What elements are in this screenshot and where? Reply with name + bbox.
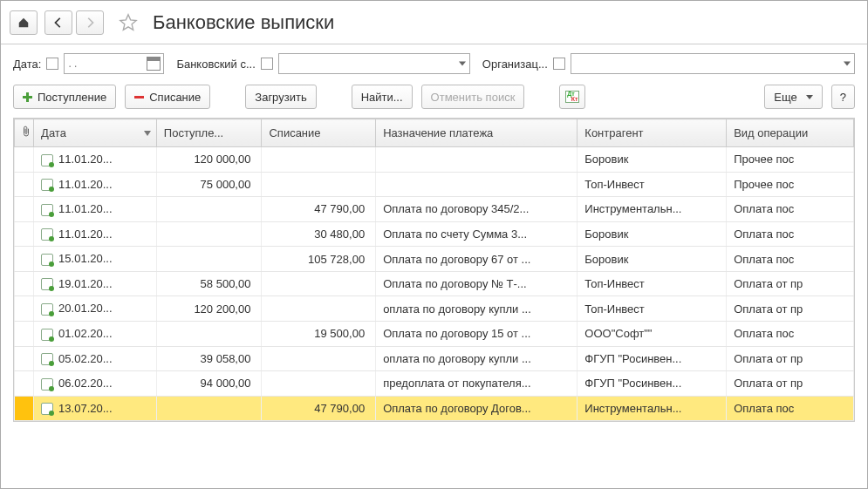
cell-attachment [15, 396, 34, 421]
cell-counterparty: Топ-Инвест [578, 296, 727, 322]
filter-bar: Дата: . . Банковский с... Организац... [1, 44, 867, 81]
col-income[interactable]: Поступле... [156, 119, 262, 147]
debit-credit-icon [565, 91, 579, 103]
col-writeoff[interactable]: Списание [262, 119, 376, 147]
document-icon [41, 353, 53, 365]
col-purpose[interactable]: Назначение платежа [376, 119, 578, 147]
table-row[interactable]: 05.02.20...39 058,00оплата по договору к… [15, 346, 854, 371]
cell-writeoff [262, 147, 376, 173]
writeoff-label: Списание [149, 91, 201, 104]
cancel-search-button[interactable]: Отменить поиск [421, 85, 525, 109]
cell-date: 05.02.20... [34, 346, 157, 371]
cell-purpose: Оплата по счету Сумма 3... [376, 221, 578, 247]
arrow-left-icon [52, 17, 65, 29]
table-header-row: Дата Поступле... Списание Назначение пла… [15, 119, 854, 147]
org-filter-checkbox[interactable] [553, 58, 565, 70]
bank-filter-checkbox[interactable] [261, 58, 273, 70]
cell-attachment [15, 271, 34, 296]
plus-icon [23, 92, 32, 102]
cell-purpose: Оплата по договору 15 от ... [376, 321, 578, 346]
more-label: Еще [774, 91, 796, 104]
col-optype[interactable]: Вид операции [727, 119, 854, 147]
cell-counterparty: Боровик [578, 147, 727, 173]
document-icon [41, 254, 53, 266]
cell-counterparty: Инструментальн... [578, 396, 727, 421]
cell-date: 11.01.20... [34, 172, 157, 197]
sort-arrow-icon [144, 131, 151, 136]
cell-optype: Оплата от пр [727, 371, 854, 397]
table-row[interactable]: 01.02.20...19 500,00Оплата по договору 1… [15, 321, 854, 346]
cell-counterparty: Инструментальн... [578, 197, 727, 222]
document-icon [41, 179, 53, 191]
dk-button[interactable] [559, 85, 585, 109]
help-button[interactable]: ? [831, 85, 855, 109]
table-row[interactable]: 06.02.20...94 000,00предоплата от покупа… [15, 371, 854, 397]
cell-income [156, 221, 262, 247]
date-filter-value: . . [68, 58, 77, 70]
forward-button[interactable] [76, 10, 104, 35]
document-icon [41, 303, 53, 316]
home-button[interactable] [10, 10, 38, 35]
document-icon [41, 378, 53, 391]
cell-counterparty: Боровик [578, 247, 727, 272]
table-row[interactable]: 13.07.20...47 790,00Оплата по договору Д… [15, 396, 854, 421]
writeoff-button[interactable]: Списание [125, 85, 210, 109]
minus-icon [134, 96, 144, 98]
find-button[interactable]: Найти... [352, 85, 413, 109]
cell-writeoff: 105 728,00 [262, 247, 376, 272]
cell-income: 94 000,00 [156, 371, 262, 397]
col-attachment[interactable] [15, 119, 34, 147]
toolbar: Поступление Списание Загрузить Найти... … [1, 81, 867, 118]
more-button[interactable]: Еще [764, 85, 822, 109]
cell-attachment [15, 346, 34, 371]
find-label: Найти... [361, 91, 403, 104]
cell-counterparty: Топ-Инвест [578, 172, 727, 197]
back-button[interactable] [44, 10, 72, 35]
table-row[interactable]: 19.01.20...58 500,00Оплата по договору №… [15, 271, 854, 296]
date-filter-input[interactable]: . . [64, 53, 164, 74]
organization-combo[interactable] [571, 53, 855, 74]
table-row[interactable]: 11.01.20...120 000,00БоровикПрочее пос [15, 147, 854, 173]
cell-writeoff [262, 172, 376, 197]
table-row[interactable]: 11.01.20...75 000,00Топ-ИнвестПрочее пос [15, 172, 854, 197]
cell-writeoff [262, 271, 376, 296]
document-icon [41, 329, 53, 341]
cell-writeoff: 19 500,00 [262, 321, 376, 346]
cell-attachment [15, 197, 34, 222]
receipt-button[interactable]: Поступление [13, 85, 116, 109]
table-row[interactable]: 15.01.20...105 728,00Оплата по договору … [15, 247, 854, 272]
cell-optype: Прочее пос [727, 172, 854, 197]
cell-date: 11.01.20... [34, 221, 157, 247]
load-button[interactable]: Загрузить [245, 85, 316, 109]
col-counterparty[interactable]: Контрагент [578, 119, 727, 147]
cell-income: 75 000,00 [156, 172, 262, 197]
cell-attachment [15, 147, 34, 173]
document-icon [41, 403, 53, 415]
date-filter-checkbox[interactable] [46, 58, 58, 70]
cell-optype: Оплата пос [727, 247, 854, 272]
calendar-icon[interactable] [147, 57, 161, 71]
home-icon [17, 17, 30, 29]
table-row[interactable]: 11.01.20...47 790,00Оплата по договору 3… [15, 197, 854, 222]
chevron-down-icon [459, 62, 466, 66]
cell-writeoff: 30 480,00 [262, 221, 376, 247]
cell-optype: Оплата пос [727, 221, 854, 247]
cell-purpose: оплата по договору купли ... [376, 296, 578, 322]
col-date[interactable]: Дата [34, 119, 157, 147]
favorite-button[interactable] [116, 10, 140, 35]
cell-income: 120 200,00 [156, 296, 262, 322]
cell-date: 11.01.20... [34, 197, 157, 222]
document-icon [41, 204, 53, 216]
org-filter-label: Организац... [482, 58, 548, 71]
cell-purpose: предоплата от покупателя... [376, 371, 578, 397]
cell-counterparty: Топ-Инвест [578, 271, 727, 296]
cell-counterparty: Боровик [578, 221, 727, 247]
cell-date: 01.02.20... [34, 321, 157, 346]
table-row[interactable]: 20.01.20...120 200,00оплата по договору … [15, 296, 854, 322]
cell-attachment [15, 172, 34, 197]
bank-account-combo[interactable] [278, 53, 470, 74]
cancel-search-label: Отменить поиск [431, 91, 516, 104]
table-row[interactable]: 11.01.20...30 480,00Оплата по счету Сумм… [15, 221, 854, 247]
cell-attachment [15, 221, 34, 247]
app-window: Банковские выписки Дата: . . Банковский … [0, 0, 868, 489]
